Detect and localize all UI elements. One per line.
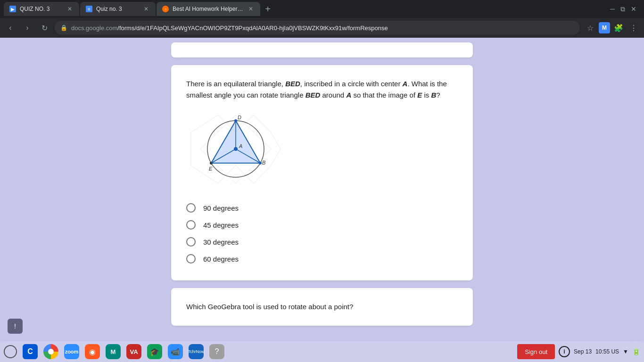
feedback-button[interactable]: ! — [8, 319, 23, 334]
svg-text:D: D — [238, 115, 241, 120]
tab2-icon: ≡ — [86, 6, 92, 12]
geometry-diagram: A D B E — [186, 110, 285, 188]
browser-chrome: ▶ QUIZ NO. 3 ✕ ≡ Quiz no. 3 ✕ ○ Best AI … — [0, 0, 644, 38]
date-display: Sep 13 — [574, 348, 592, 355]
option-60[interactable]: 60 degrees — [186, 250, 458, 267]
window-controls: ─ ⧉ ✕ — [610, 5, 640, 13]
address-bar-row: ‹ › ↻ 🔒 docs.google.com/forms/d/e/1FAIpQ… — [0, 18, 644, 38]
svg-text:E: E — [209, 166, 213, 172]
option-45[interactable]: 45 degrees — [186, 216, 458, 233]
battery-icon: 🔋 — [632, 348, 640, 355]
top-card — [171, 42, 473, 58]
taskbar-chrome[interactable] — [41, 342, 60, 361]
form-container: There is an equilateral triangle, BED, i… — [171, 42, 473, 337]
taskbar-right: Sign out i Sep 13 10:55 US ▼ 🔋 — [517, 344, 640, 359]
option-30[interactable]: 30 degrees — [186, 233, 458, 250]
svg-text:B: B — [262, 160, 265, 165]
toolbar-icons: ☆ M 🧩 ⋮ — [584, 21, 640, 34]
svg-line-11 — [271, 132, 281, 149]
taskbar-meet[interactable]: M — [104, 342, 123, 361]
tab3-label: Best AI Homework Helper - Go... — [173, 6, 243, 12]
forward-button[interactable]: › — [21, 21, 34, 34]
app10-icon: ? — [209, 344, 224, 359]
option-90-label: 90 degrees — [203, 204, 239, 212]
svg-line-4 — [191, 115, 218, 132]
address-bar[interactable]: 🔒 docs.google.com/forms/d/e/1FAIpQLSeWgY… — [55, 21, 580, 35]
teachnow-icon: TchrNow — [189, 344, 204, 359]
taskbar-search[interactable] — [4, 345, 17, 358]
tab1-label: QUIZ NO. 3 — [20, 6, 62, 12]
option-90[interactable]: 90 degrees — [186, 199, 458, 216]
coursera-icon: C — [23, 344, 38, 359]
taskbar-classroom[interactable]: 🎓 — [145, 342, 164, 361]
minimize-button[interactable]: ─ — [610, 5, 615, 13]
taskbar-app6[interactable]: VA — [124, 342, 143, 361]
radio-60[interactable] — [186, 254, 196, 263]
tab3-icon: ○ — [162, 6, 169, 12]
taskbar-coursera[interactable]: C — [21, 342, 40, 361]
zoom2-icon: 📹 — [168, 344, 183, 359]
tab-bar: ▶ QUIZ NO. 3 ✕ ≡ Quiz no. 3 ✕ ○ Best AI … — [0, 0, 644, 18]
classroom-icon: 🎓 — [147, 344, 162, 359]
taskbar-app4[interactable]: ◉ — [83, 342, 102, 361]
address-text: docs.google.com/forms/d/e/1FAIpQLSeWgYAC… — [71, 25, 574, 32]
question1-card: There is an equilateral triangle, BED, i… — [171, 65, 473, 280]
tab1-icon: ▶ — [9, 6, 16, 12]
zoom-icon: zoom — [64, 344, 79, 359]
svg-line-7 — [191, 165, 218, 183]
question1-text: There is an equilateral triangle, BED, i… — [186, 78, 458, 101]
taskbar-app10[interactable]: ? — [207, 342, 226, 361]
radio-45[interactable] — [186, 220, 196, 230]
tab-ai-helper[interactable]: ○ Best AI Homework Helper - Go... ✕ — [157, 2, 260, 16]
bookmark-button[interactable]: ☆ — [584, 21, 597, 34]
app4-icon: ◉ — [85, 344, 100, 359]
tab-quiz-no3-2[interactable]: ≡ Quiz no. 3 ✕ — [80, 2, 156, 16]
close-button[interactable]: ✕ — [631, 5, 636, 13]
chrome-icon — [43, 344, 58, 359]
maximize-button[interactable]: ⧉ — [620, 5, 625, 13]
reload-button[interactable]: ↻ — [38, 21, 51, 34]
sign-out-button[interactable]: Sign out — [517, 344, 555, 359]
tab3-close[interactable]: ✕ — [247, 5, 255, 13]
option-60-label: 60 degrees — [203, 255, 239, 263]
meet-icon: M — [106, 344, 121, 359]
app6-icon: VA — [126, 344, 141, 359]
question2-card: Which GeoGebra tool is used to rotate ab… — [171, 288, 473, 326]
diagram-container: A D B E — [186, 110, 458, 188]
radio-90[interactable] — [186, 203, 196, 213]
time-display: 10:55 US — [595, 348, 619, 355]
tab1-close[interactable]: ✕ — [66, 5, 74, 13]
menu-button[interactable]: ⋮ — [627, 21, 640, 34]
taskbar-teachnow[interactable]: TchrNow — [187, 342, 206, 361]
tab2-label: Quiz no. 3 — [96, 6, 139, 12]
svg-text:A: A — [239, 143, 242, 149]
wifi-icon: ▼ — [623, 348, 628, 355]
svg-line-12 — [271, 149, 281, 165]
info-button[interactable]: i — [559, 346, 570, 357]
option-45-label: 45 degrees — [203, 221, 239, 229]
question2-text: Which GeoGebra tool is used to rotate ab… — [186, 301, 458, 313]
radio-30[interactable] — [186, 237, 196, 247]
extensions-button[interactable]: 🧩 — [612, 21, 625, 34]
new-tab-button[interactable]: + — [261, 2, 274, 16]
back-button[interactable]: ‹ — [4, 21, 17, 34]
tab-quiz-no3[interactable]: ▶ QUIZ NO. 3 ✕ — [4, 2, 79, 16]
taskbar-zoom[interactable]: zoom — [62, 342, 81, 361]
tab2-close[interactable]: ✕ — [142, 5, 150, 13]
taskbar-zoom2[interactable]: 📹 — [166, 342, 185, 361]
content-area: There is an equilateral triangle, BED, i… — [0, 38, 644, 341]
extension-icon[interactable]: M — [599, 22, 610, 33]
taskbar: C zoom ◉ M VA 🎓 — [0, 341, 644, 362]
lock-icon: 🔒 — [60, 25, 67, 31]
option-30-label: 30 degrees — [203, 238, 239, 246]
options-container: 90 degrees 45 degrees 30 degrees 60 degr… — [186, 199, 458, 267]
